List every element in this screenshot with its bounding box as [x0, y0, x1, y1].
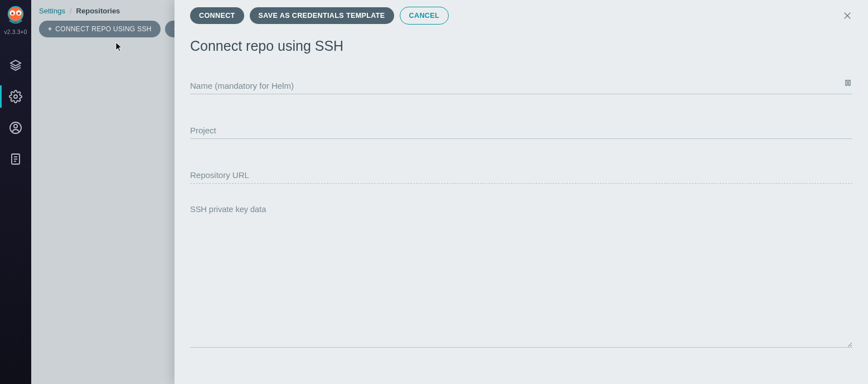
ssh-key-textarea[interactable]	[190, 219, 852, 348]
svg-rect-15	[848, 80, 850, 85]
panel-title: Connect repo using SSH	[190, 38, 856, 54]
nav-docs-icon[interactable]	[0, 143, 31, 175]
ssh-key-field: SSH private key data	[190, 205, 852, 350]
cancel-button[interactable]: CANCEL	[400, 7, 449, 25]
panel-action-bar: CONNECT SAVE AS CREDENTIALS TEMPLATE CAN…	[190, 4, 856, 31]
svg-point-3	[11, 12, 13, 15]
argo-logo[interactable]	[4, 3, 27, 27]
svg-point-4	[18, 12, 20, 15]
close-icon[interactable]	[839, 7, 856, 24]
repo-url-input[interactable]	[190, 160, 852, 184]
svg-rect-14	[846, 80, 847, 85]
name-input[interactable]	[190, 71, 852, 94]
connect-repo-form: Name (mandatory for Helm) Project Reposi…	[190, 71, 856, 350]
nav-user-icon[interactable]	[0, 112, 31, 143]
project-field: Project	[190, 116, 852, 139]
ssh-key-label: SSH private key data	[190, 205, 852, 214]
connect-repo-panel: CONNECT SAVE AS CREDENTIALS TEMPLATE CAN…	[174, 0, 868, 384]
repo-url-field: Repository URL	[190, 160, 852, 184]
connect-button[interactable]: CONNECT	[190, 7, 244, 24]
name-field: Name (mandatory for Helm)	[190, 71, 852, 94]
nav-settings-icon[interactable]	[0, 81, 31, 112]
nav-applications-icon[interactable]	[0, 50, 31, 81]
svg-point-5	[14, 95, 17, 98]
save-template-button[interactable]: SAVE AS CREDENTIALS TEMPLATE	[250, 7, 394, 24]
svg-point-7	[14, 124, 17, 128]
version-label: v2.3.3+0	[4, 29, 27, 35]
edit-icon[interactable]	[843, 79, 852, 90]
project-input[interactable]	[190, 116, 852, 139]
nav-rail: v2.3.3+0	[0, 0, 31, 384]
